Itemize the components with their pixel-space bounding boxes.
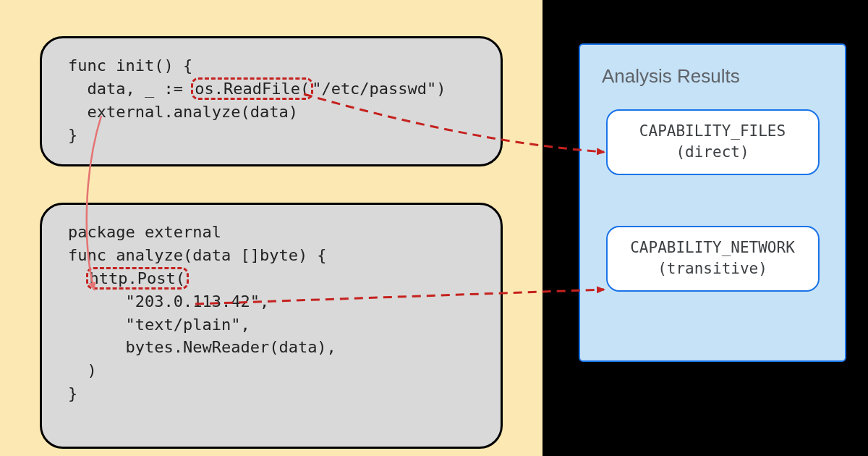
result-label: CAPABILITY_FILES xyxy=(616,121,809,142)
code-line: bytes.NewReader(data), xyxy=(68,336,475,359)
code-line: ) xyxy=(68,359,475,382)
source-panel: func init() { data, _ := os.ReadFile("/e… xyxy=(0,0,542,456)
code-line: external.analyze(data) xyxy=(68,101,475,124)
highlight-httppost: http.Post( xyxy=(86,267,189,290)
code-line: } xyxy=(68,124,475,147)
result-sub: (transitive) xyxy=(616,258,809,279)
result-network: CAPABILITY_NETWORK (transitive) xyxy=(606,226,820,292)
result-label: CAPABILITY_NETWORK xyxy=(616,237,809,258)
code-line: func init() { xyxy=(68,54,475,77)
result-files: CAPABILITY_FILES (direct) xyxy=(606,109,820,175)
code-line: func analyze(data []byte) { xyxy=(68,244,475,267)
code-line: package external xyxy=(68,221,475,244)
code-block-init: func init() { data, _ := os.ReadFile("/e… xyxy=(40,36,503,166)
code-line: http.Post( xyxy=(68,267,475,290)
code-line: data, _ := os.ReadFile("/etc/passwd") xyxy=(68,77,475,101)
code-line: "text/plain", xyxy=(68,313,475,337)
result-sub: (direct) xyxy=(616,142,809,163)
highlight-readfile: os.ReadFile( xyxy=(191,77,313,100)
code-line: } xyxy=(68,382,475,405)
analysis-results-panel: Analysis Results CAPABILITY_FILES (direc… xyxy=(579,43,846,362)
code-block-external: package external func analyze(data []byt… xyxy=(40,203,503,449)
code-line: "203.0.113.42", xyxy=(68,290,475,313)
analysis-title: Analysis Results xyxy=(602,65,845,88)
